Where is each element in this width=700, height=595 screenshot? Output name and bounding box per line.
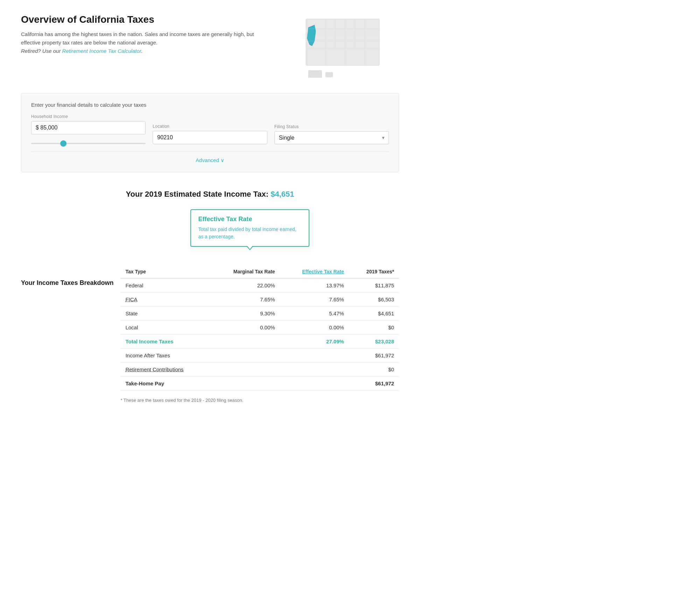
cell-type: State: [120, 307, 211, 321]
table-header-row: Tax Type Marginal Tax Rate Effective Tax…: [120, 265, 399, 278]
slider-thumb[interactable]: [60, 140, 66, 147]
table-row: Local0.00%0.00%$0: [120, 321, 399, 335]
description-text1: California has among the highest taxes i…: [21, 31, 254, 46]
cell-effective: 0.00%: [280, 321, 349, 335]
cell-taxes: $61,972: [349, 377, 399, 391]
table-row: State9.30%5.47%$4,651: [120, 307, 399, 321]
cell-taxes: $0: [349, 321, 399, 335]
income-label: Household Income: [31, 114, 146, 119]
tooltip-title: Effective Tax Rate: [198, 216, 302, 223]
location-label: Location: [153, 124, 267, 129]
cell-marginal: 22.00%: [211, 278, 280, 293]
cell-taxes: $6,503: [349, 293, 399, 307]
page-title: Overview of California Taxes: [21, 14, 273, 25]
us-map: [301, 14, 399, 78]
cell-type: FICA: [120, 293, 211, 307]
location-input[interactable]: [153, 131, 267, 144]
form-fields: Household Income Location Filing Status …: [31, 114, 389, 144]
svg-rect-0: [306, 19, 379, 65]
cell-marginal: 0.00%: [211, 321, 280, 335]
footnote: * These are the taxes owed for the 2019 …: [120, 398, 399, 403]
cell-marginal: 7.65%: [211, 293, 280, 307]
cell-effective: 7.65%: [280, 293, 349, 307]
cell-taxes: $23,028: [349, 335, 399, 349]
retirement-calculator-link[interactable]: Retirement Income Tax Calculator: [62, 48, 141, 54]
cell-type: Total Income Taxes: [120, 335, 211, 349]
tax-table: Tax Type Marginal Tax Rate Effective Tax…: [120, 265, 399, 391]
col-header-type: Tax Type: [120, 265, 211, 278]
header-section: Overview of California Taxes California …: [21, 14, 399, 79]
income-slider-container: [31, 139, 146, 144]
cell-effective: 27.09%: [280, 335, 349, 349]
form-label: Enter your financial details to calculat…: [31, 102, 389, 108]
header-description: California has among the highest taxes i…: [21, 30, 273, 55]
col-header-effective[interactable]: Effective Tax Rate: [280, 265, 349, 278]
cell-marginal: [211, 377, 280, 391]
table-row: Take-Home Pay$61,972: [120, 377, 399, 391]
tooltip-arrow-inner: [247, 246, 253, 249]
cell-type: Local: [120, 321, 211, 335]
cell-taxes: $0: [349, 363, 399, 377]
filing-select-wrapper: Single Married Head of Household ▼: [274, 131, 389, 144]
cell-marginal: [211, 335, 280, 349]
table-row: FICA7.65%7.65%$6,503: [120, 293, 399, 307]
results-section: Your 2019 Estimated State Income Tax: $4…: [21, 190, 399, 403]
cell-marginal: [211, 349, 280, 363]
form-section: Enter your financial details to calculat…: [21, 93, 399, 172]
advanced-button[interactable]: Advanced ∨: [196, 157, 224, 163]
col-header-marginal: Marginal Tax Rate: [211, 265, 280, 278]
cell-effective: 5.47%: [280, 307, 349, 321]
tooltip-box: Effective Tax Rate Total tax paid divide…: [190, 209, 309, 247]
cell-effective: [280, 377, 349, 391]
svg-rect-8: [326, 72, 333, 77]
svg-rect-7: [308, 70, 322, 78]
cell-marginal: [211, 363, 280, 377]
cell-effective: [280, 363, 349, 377]
cell-taxes: $4,651: [349, 307, 399, 321]
filing-field-group: Filing Status Single Married Head of Hou…: [274, 124, 389, 144]
results-title-amount: $4,651: [271, 190, 294, 198]
location-field-group: Location: [153, 124, 267, 144]
cell-type: Take-Home Pay: [120, 377, 211, 391]
cell-type: Federal: [120, 278, 211, 293]
header-text: Overview of California Taxes California …: [21, 14, 273, 55]
slider-track: [31, 143, 146, 144]
results-title-prefix: Your 2019 Estimated State Income Tax:: [126, 190, 271, 198]
income-field-group: Household Income: [31, 114, 146, 144]
income-input[interactable]: [31, 121, 146, 134]
results-title: Your 2019 Estimated State Income Tax: $4…: [21, 190, 399, 199]
table-row: Retirement Contributions$0: [120, 363, 399, 377]
cell-type: Retirement Contributions: [120, 363, 211, 377]
table-row: Income After Taxes$61,972: [120, 349, 399, 363]
cell-type: Income After Taxes: [120, 349, 211, 363]
col-header-taxes: 2019 Taxes*: [349, 265, 399, 278]
map-container: [301, 14, 399, 79]
description-italic: Retired? Use our Retirement Income Tax C…: [21, 48, 142, 54]
table-row: Total Income Taxes27.09%$23,028: [120, 335, 399, 349]
table-row: Federal22.00%13.97%$11,875: [120, 278, 399, 293]
table-area: Effective Tax Rate Total tax paid divide…: [120, 209, 399, 403]
filing-label: Filing Status: [274, 124, 389, 129]
advanced-row: Advanced ∨: [31, 151, 389, 163]
filing-select[interactable]: Single Married Head of Household: [274, 131, 389, 144]
breakdown-wrapper: Your Income Taxes Breakdown Effective Ta…: [21, 209, 399, 403]
cell-effective: 13.97%: [280, 278, 349, 293]
breakdown-label: Your Income Taxes Breakdown: [21, 209, 113, 287]
cell-taxes: $61,972: [349, 349, 399, 363]
cell-effective: [280, 349, 349, 363]
tooltip-description: Total tax paid divided by total income e…: [198, 226, 302, 240]
cell-taxes: $11,875: [349, 278, 399, 293]
cell-marginal: 9.30%: [211, 307, 280, 321]
